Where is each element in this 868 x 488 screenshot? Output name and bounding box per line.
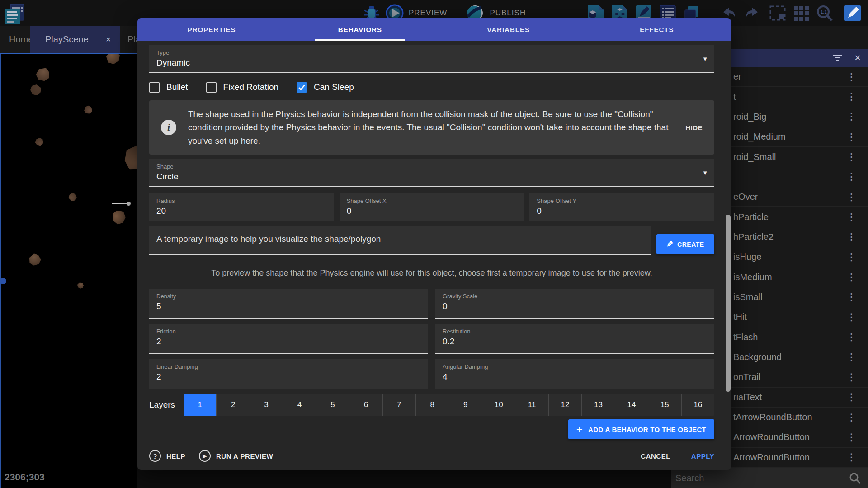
plus-icon: + bbox=[576, 423, 583, 436]
grid-icon[interactable] bbox=[792, 4, 810, 22]
selection-handle[interactable] bbox=[0, 278, 6, 284]
capture-icon[interactable] bbox=[769, 4, 787, 22]
row-menu-icon[interactable]: ⋮ bbox=[847, 312, 856, 323]
dialog-tab-behaviors[interactable]: BEHAVIORS bbox=[286, 18, 434, 41]
dialog-tab-effects[interactable]: EFFECTS bbox=[583, 18, 731, 41]
help-button[interactable]: ? HELP bbox=[149, 450, 185, 462]
layer-button-7[interactable]: 7 bbox=[382, 394, 415, 416]
preview-caption: To preview the shape that the Physics en… bbox=[149, 268, 714, 278]
layer-button-13[interactable]: 13 bbox=[581, 394, 614, 416]
close-tab-icon[interactable]: × bbox=[106, 34, 111, 45]
layer-button-14[interactable]: 14 bbox=[615, 394, 648, 416]
layer-button-12[interactable]: 12 bbox=[548, 394, 581, 416]
object-name: isHuge bbox=[733, 252, 847, 262]
checkbox-can-sleep[interactable]: Can Sleep bbox=[297, 82, 354, 93]
dialog-scrollbar[interactable] bbox=[726, 215, 731, 392]
layer-button-4[interactable]: 4 bbox=[283, 394, 316, 416]
checked-checkbox-icon bbox=[297, 82, 307, 93]
asteroid-shape bbox=[35, 137, 44, 146]
apply-button[interactable]: APPLY bbox=[691, 452, 714, 460]
layer-button-2[interactable]: 2 bbox=[216, 394, 249, 416]
layer-button-3[interactable]: 3 bbox=[250, 394, 283, 416]
row-menu-icon[interactable]: ⋮ bbox=[847, 432, 856, 443]
asteroid-shape bbox=[30, 84, 42, 96]
edit-scene-icon[interactable] bbox=[844, 4, 862, 22]
checkbox-bullet[interactable]: Bullet bbox=[149, 82, 188, 93]
layer-button-9[interactable]: 9 bbox=[449, 394, 482, 416]
run-preview-button[interactable]: ▶ RUN A PREVIEW bbox=[199, 450, 273, 462]
layer-button-16[interactable]: 16 bbox=[681, 394, 714, 416]
field-linear-damping-value: 2 bbox=[149, 370, 428, 382]
dialog-tab-variables[interactable]: VARIABLES bbox=[434, 18, 583, 41]
field-restitution[interactable]: Restitution0.2 bbox=[435, 324, 714, 354]
layer-button-1[interactable]: 1 bbox=[184, 394, 216, 416]
field-density[interactable]: Density5 bbox=[149, 289, 428, 319]
row-menu-icon[interactable]: ⋮ bbox=[847, 131, 856, 142]
type-select[interactable]: Type Dynamic ▼ bbox=[149, 45, 714, 73]
row-menu-icon[interactable]: ⋮ bbox=[847, 71, 856, 82]
object-name: ArrowRoundButton bbox=[733, 432, 847, 442]
row-menu-icon[interactable]: ⋮ bbox=[847, 291, 856, 302]
object-name: er bbox=[733, 71, 847, 82]
row-menu-icon[interactable]: ⋮ bbox=[847, 452, 856, 463]
brush-icon: ✎ bbox=[666, 239, 673, 249]
panel-close-icon[interactable]: × bbox=[854, 52, 861, 63]
dialog-tab-properties[interactable]: PROPERTIES bbox=[137, 18, 286, 41]
preview-button[interactable]: PREVIEW bbox=[409, 9, 447, 18]
field-gravity-scale-value: 0 bbox=[435, 300, 714, 311]
temp-image-field[interactable]: A temporary image to help you visualize … bbox=[149, 226, 651, 255]
redo-icon[interactable] bbox=[743, 4, 761, 22]
row-menu-icon[interactable]: ⋮ bbox=[847, 352, 856, 362]
row-menu-icon[interactable]: ⋮ bbox=[847, 252, 856, 263]
checkbox-fixed-rotation[interactable]: Fixed Rotation bbox=[206, 82, 279, 93]
scene-canvas[interactable] bbox=[0, 53, 137, 488]
layer-button-11[interactable]: 11 bbox=[515, 394, 548, 416]
play-icon: ▶ bbox=[199, 450, 211, 462]
field-shape-offset-x-label: Shape Offset X bbox=[340, 193, 524, 204]
row-menu-icon[interactable]: ⋮ bbox=[847, 91, 856, 102]
row-menu-icon[interactable]: ⋮ bbox=[847, 192, 856, 202]
zoom-actual-icon[interactable]: 1:1 bbox=[816, 4, 834, 22]
project-manager-icon[interactable] bbox=[4, 3, 24, 24]
field-linear-damping[interactable]: Linear Damping2 bbox=[149, 359, 428, 389]
row-menu-icon[interactable]: ⋮ bbox=[847, 372, 856, 383]
row-menu-icon[interactable]: ⋮ bbox=[847, 211, 856, 222]
info-note: i The shape used in the Physics behavior… bbox=[149, 100, 714, 155]
filter-icon[interactable] bbox=[833, 54, 843, 62]
edit-scene-icon-art bbox=[844, 4, 862, 22]
field-shape-offset-y[interactable]: Shape Offset Y0 bbox=[529, 193, 714, 221]
chevron-down-icon: ▼ bbox=[702, 56, 708, 62]
object-name: roid_Medium bbox=[733, 131, 847, 142]
field-gravity-scale[interactable]: Gravity Scale0 bbox=[435, 289, 714, 319]
cancel-button[interactable]: CANCEL bbox=[641, 452, 670, 460]
layer-button-5[interactable]: 5 bbox=[316, 394, 349, 416]
add-behavior-button[interactable]: + ADD A BEHAVIOR TO THE OBJECT bbox=[568, 419, 714, 439]
create-button[interactable]: ✎ CREATE bbox=[656, 234, 714, 254]
row-menu-icon[interactable]: ⋮ bbox=[847, 151, 856, 162]
layer-button-10[interactable]: 10 bbox=[482, 394, 515, 416]
hide-button[interactable]: HIDE bbox=[676, 124, 703, 131]
field-radius[interactable]: Radius20 bbox=[149, 193, 334, 221]
tab-playscene[interactable]: PlayScene × bbox=[30, 26, 120, 53]
object-name: tHit bbox=[733, 312, 847, 322]
measure-handle[interactable] bbox=[127, 202, 131, 206]
layer-button-15[interactable]: 15 bbox=[648, 394, 681, 416]
row-menu-icon[interactable]: ⋮ bbox=[847, 231, 856, 242]
object-name: tFlash bbox=[733, 332, 847, 343]
help-icon: ? bbox=[149, 450, 161, 462]
row-menu-icon[interactable]: ⋮ bbox=[847, 392, 856, 403]
field-friction[interactable]: Friction2 bbox=[149, 324, 428, 354]
row-menu-icon[interactable]: ⋮ bbox=[847, 272, 856, 282]
row-menu-icon[interactable]: ⋮ bbox=[847, 111, 856, 122]
publish-button[interactable]: PUBLISH bbox=[490, 9, 526, 18]
field-shape-offset-x[interactable]: Shape Offset X0 bbox=[340, 193, 524, 221]
shape-select[interactable]: Shape Circle ▼ bbox=[149, 159, 714, 187]
row-menu-icon[interactable]: ⋮ bbox=[847, 332, 856, 343]
layer-button-6[interactable]: 6 bbox=[349, 394, 382, 416]
field-radius-label: Radius bbox=[149, 193, 334, 204]
row-menu-icon[interactable]: ⋮ bbox=[847, 171, 856, 182]
field-angular-damping[interactable]: Angular Damping4 bbox=[435, 359, 714, 389]
layer-button-8[interactable]: 8 bbox=[415, 394, 448, 416]
row-menu-icon[interactable]: ⋮ bbox=[847, 412, 856, 423]
search-input[interactable] bbox=[675, 473, 848, 483]
